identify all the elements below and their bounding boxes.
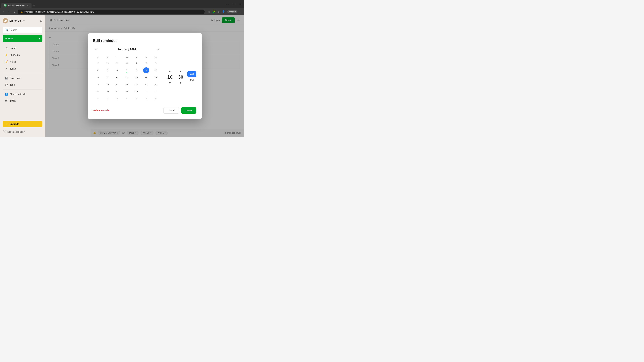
reload-button[interactable]: ↺: [13, 9, 16, 14]
address-bar[interactable]: 🔒 evernote.com/client/web#/note/f11f216a…: [18, 9, 204, 14]
day-header-fri: F: [142, 55, 151, 60]
sidebar-item-shortcuts[interactable]: ⚡ Shortcuts: [1, 52, 44, 58]
calendar: ← February 2024 → S M T W T F S: [93, 47, 160, 102]
calendar-day[interactable]: 30: [114, 60, 120, 66]
calendar-day[interactable]: 6: [124, 95, 130, 102]
prev-month-button[interactable]: ←: [93, 47, 99, 52]
minute-value: 30: [176, 74, 185, 80]
browser-tabs: 🐘 Home - Evernote ✕ +: [1, 0, 36, 8]
tab-close-button[interactable]: ✕: [27, 4, 29, 7]
next-month-button[interactable]: →: [155, 47, 160, 52]
new-label: New: [8, 37, 13, 40]
sidebar-item-shared[interactable]: 👥 Shared with Me: [1, 91, 44, 97]
calendar-nav: ← February 2024 →: [93, 47, 160, 52]
calendar-day[interactable]: 15: [134, 74, 140, 80]
calendar-day[interactable]: 5: [104, 67, 110, 73]
calendar-day[interactable]: 1: [143, 88, 149, 94]
calendar-day[interactable]: 17: [153, 74, 159, 80]
calendar-day[interactable]: 11: [95, 74, 101, 80]
sidebar-item-label: Trash: [10, 99, 16, 102]
calendar-day[interactable]: 4: [104, 95, 110, 102]
cancel-button[interactable]: Cancel: [163, 107, 179, 114]
calendar-day[interactable]: 25: [95, 88, 101, 94]
hour-down-button[interactable]: ▼: [168, 80, 172, 85]
day-header-tue: T: [112, 55, 122, 60]
minimize-button[interactable]: —: [225, 2, 230, 6]
calendar-day[interactable]: 16: [143, 74, 149, 80]
menu-icon[interactable]: ⋮: [240, 10, 242, 13]
calendar-day[interactable]: 6: [114, 67, 120, 73]
sidebar-item-home[interactable]: ⌂ Home: [1, 45, 44, 51]
calendar-day[interactable]: 4: [95, 67, 101, 73]
active-tab[interactable]: 🐘 Home - Evernote ✕: [1, 3, 32, 8]
new-button[interactable]: + New ▾: [3, 35, 42, 42]
calendar-day[interactable]: 23: [143, 81, 149, 87]
calendar-day[interactable]: 22: [134, 81, 140, 87]
user-name: Lauren Deli: [10, 19, 22, 22]
help-button[interactable]: ? Need a little help?: [3, 129, 42, 134]
calendar-day[interactable]: 28: [95, 60, 101, 66]
calendar-day[interactable]: 3: [153, 60, 159, 66]
sidebar-item-notebooks[interactable]: 📓 Notebooks: [1, 75, 44, 81]
calendar-day[interactable]: 8: [143, 95, 149, 102]
calendar-day[interactable]: 20: [114, 81, 120, 87]
calendar-day[interactable]: 21: [124, 81, 130, 87]
download-icon[interactable]: ⬇: [218, 10, 220, 13]
settings-icon[interactable]: ⚙: [40, 19, 42, 23]
minute-up-button[interactable]: ▲: [178, 69, 183, 74]
calendar-day[interactable]: 1: [134, 60, 140, 66]
calendar-day[interactable]: 24: [153, 81, 159, 87]
day-header-thu: T: [132, 55, 141, 60]
calendar-day[interactable]: 31: [124, 60, 130, 66]
calendar-day[interactable]: 27: [114, 88, 120, 94]
upgrade-icon: ⚡: [5, 123, 8, 125]
modal-overlay[interactable]: Edit reminder ← February 2024 → S M: [45, 15, 244, 137]
calendar-day[interactable]: 13: [114, 74, 120, 80]
sidebar-item-notes[interactable]: 📝 Notes: [1, 58, 44, 65]
new-tab-button[interactable]: +: [32, 3, 36, 8]
calendar-day[interactable]: 5: [114, 95, 120, 102]
calendar-day[interactable]: 19: [104, 81, 110, 87]
user-info[interactable]: LD Lauren Deli ▾: [3, 18, 24, 23]
back-button[interactable]: ←: [2, 9, 6, 14]
am-button[interactable]: AM: [187, 71, 196, 77]
nav-divider: [3, 73, 42, 73]
calendar-day[interactable]: 29: [104, 60, 110, 66]
calendar-day[interactable]: 2: [153, 88, 159, 94]
sidebar-item-trash[interactable]: 🗑 Trash: [1, 98, 44, 104]
tab-favicon: 🐘: [4, 4, 7, 7]
search-button[interactable]: 🔍 Search: [3, 27, 42, 33]
calendar-day[interactable]: 7: [134, 95, 140, 102]
calendar-day[interactable]: 9: [153, 95, 159, 102]
sidebar-item-tasks[interactable]: ✓ Tasks: [1, 65, 44, 72]
calendar-day[interactable]: 14: [124, 74, 130, 80]
hour-up-button[interactable]: ▲: [168, 69, 172, 74]
help-icon: ?: [3, 130, 6, 133]
upgrade-button[interactable]: ⚡ Upgrade: [3, 121, 42, 127]
forward-button[interactable]: →: [8, 9, 12, 14]
calendar-day[interactable]: 2: [143, 60, 149, 66]
plus-icon: +: [5, 37, 7, 40]
calendar-day[interactable]: 29: [134, 88, 140, 94]
close-button[interactable]: ✕: [238, 2, 243, 6]
calendar-day[interactable]: 18: [95, 81, 101, 87]
sidebar-item-tags[interactable]: 🏷 Tags: [1, 82, 44, 88]
sidebar-header: LD Lauren Deli ▾ ⚙: [0, 15, 45, 26]
calendar-day[interactable]: 26: [104, 88, 110, 94]
calendar-day[interactable]: 12: [104, 74, 110, 80]
calendar-day[interactable]: 3: [95, 95, 101, 102]
calendar-day-today[interactable]: 7: [124, 67, 130, 73]
minute-down-button[interactable]: ▼: [178, 80, 183, 85]
pm-button[interactable]: PM: [187, 77, 196, 83]
calendar-day[interactable]: 10: [153, 67, 159, 73]
delete-reminder-button[interactable]: Delete reminder: [93, 109, 110, 112]
shared-icon: 👥: [5, 92, 8, 96]
calendar-day-selected[interactable]: 9: [143, 67, 149, 73]
profile-icon[interactable]: 👤: [222, 10, 225, 13]
calendar-day[interactable]: 28: [124, 88, 130, 94]
calendar-day[interactable]: 8: [134, 67, 140, 73]
extensions-icon[interactable]: 🧩: [212, 10, 216, 13]
restore-button[interactable]: ❐: [232, 2, 237, 6]
bookmark-icon[interactable]: ☆: [208, 10, 210, 13]
done-button[interactable]: Done: [181, 107, 196, 114]
